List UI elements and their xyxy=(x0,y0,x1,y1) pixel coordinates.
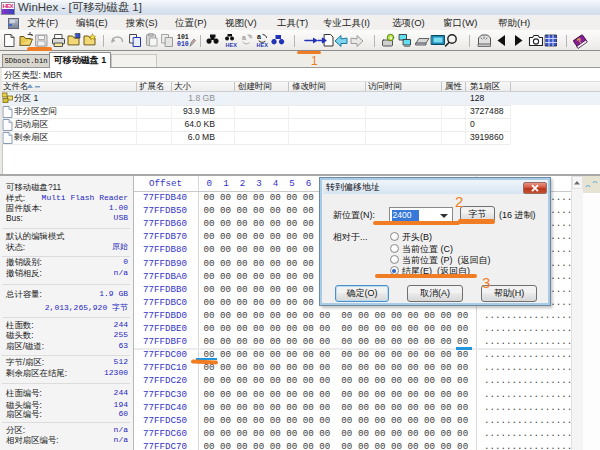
svg-text:HEX: HEX xyxy=(226,42,238,48)
svg-text:a: a xyxy=(242,34,246,41)
svg-text:a: a xyxy=(257,33,261,40)
svg-text:HEX: HEX xyxy=(257,42,269,48)
svg-text:101: 101 xyxy=(177,34,189,41)
svg-text:010: 010 xyxy=(177,41,189,48)
